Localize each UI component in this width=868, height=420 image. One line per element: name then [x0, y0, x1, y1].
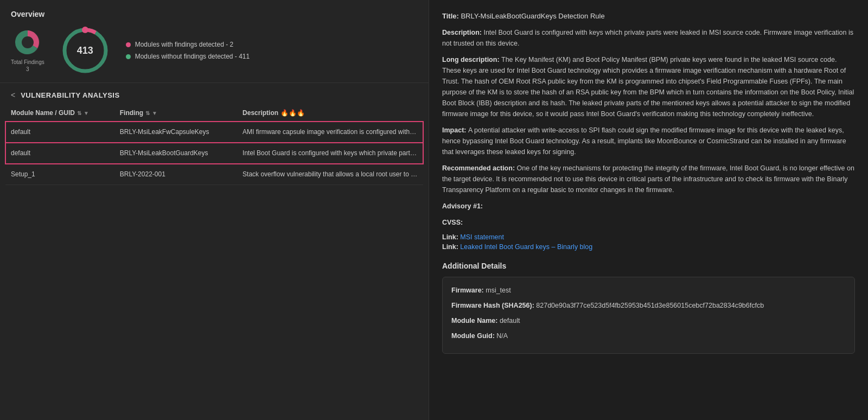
- firmware-hash-label: Firmware Hash (SHA256):: [451, 302, 536, 309]
- cvss-label: CVSS:: [442, 219, 463, 226]
- vuln-section: < VULNERABILITY ANALYSIS Module Name / G…: [0, 83, 429, 420]
- svg-point-4: [82, 27, 88, 33]
- col-header-description: Description 🔥🔥🔥: [237, 105, 423, 122]
- module-guid-label: Module Guid:: [451, 332, 496, 340]
- table-row[interactable]: default BRLY-MsiLeakFwCapsuleKeys AMI fi…: [5, 122, 423, 143]
- recommended-label: Recommended action:: [442, 164, 517, 172]
- impact-value: A potential attacker with write-access t…: [442, 126, 846, 156]
- link1-label: Link:: [442, 233, 458, 241]
- pie-area: Total Findings 3: [11, 28, 44, 73]
- long-description-field: Long description: The Key Manifest (KM) …: [442, 54, 855, 119]
- recommended-field: Recommended action: One of the key mecha…: [442, 163, 855, 195]
- module-cell-2: default: [5, 143, 114, 164]
- firmware-hash-field: Firmware Hash (SHA256): 827d0e90a3f77ce5…: [451, 300, 846, 311]
- link-row-1: Link: MSI statement: [442, 233, 855, 241]
- vuln-table: Module Name / GUID ⇅ ▼ Finding ⇅ ▼: [5, 105, 423, 185]
- filter-icon-module[interactable]: ▼: [84, 110, 89, 116]
- filter-icon-finding[interactable]: ▼: [152, 110, 157, 116]
- col-header-module: Module Name / GUID ⇅ ▼: [5, 105, 114, 122]
- module-cell-3: Setup_1: [5, 164, 114, 185]
- legend-area: Modules with findings detected - 2 Modul…: [126, 41, 250, 60]
- legend-dot-pink: [126, 42, 131, 47]
- svg-point-1: [22, 36, 34, 48]
- advisory-field: Advisory #1:: [442, 201, 855, 212]
- left-panel: Overview Total Findings 3: [0, 0, 429, 420]
- desc-cell-1: AMI firmware capsule image verification …: [237, 122, 423, 143]
- module-name-value: default: [500, 317, 520, 324]
- legend-dot-green: [126, 54, 131, 59]
- description-field: Description: Intel Boot Guard is configu…: [442, 27, 855, 49]
- table-row[interactable]: default BRLY-MsiLeakBootGuardKeys Intel …: [5, 143, 423, 164]
- pie-chart-icon: [14, 28, 42, 56]
- firmware-field: Firmware: msi_test: [451, 285, 846, 296]
- finding-cell-2: BRLY-MsiLeakBootGuardKeys: [114, 143, 237, 164]
- module-guid-field: Module Guid: N/A: [451, 330, 846, 341]
- firmware-label: Firmware:: [451, 287, 486, 294]
- description-label: Description:: [442, 29, 483, 36]
- desc-cell-2: Intel Boot Guard is configured with keys…: [237, 143, 423, 164]
- link2-label: Link:: [442, 243, 458, 251]
- finding-cell-3: BRLY-2022-001: [114, 164, 237, 185]
- sort-icon-module[interactable]: ⇅: [77, 110, 81, 116]
- overview-title: Overview: [11, 10, 418, 18]
- legend-label-findings: Modules with findings detected - 2: [135, 41, 233, 48]
- cvss-field: CVSS:: [442, 217, 855, 228]
- donut-value: 413: [77, 45, 93, 56]
- title-value: BRLY-MsiLeakBootGuardKeys Detection Rule: [461, 12, 604, 20]
- table-container[interactable]: Module Name / GUID ⇅ ▼ Finding ⇅ ▼: [0, 105, 429, 420]
- advisory-label: Advisory #1:: [442, 202, 483, 210]
- vuln-analysis-title: VULNERABILITY ANALYSIS: [21, 91, 119, 99]
- firmware-hash-value: 827d0e90a3f77ce523d5f4fb25953b451d3e8560…: [536, 302, 764, 309]
- legend-label-no-findings: Modules without findings detected - 411: [135, 53, 250, 60]
- overview-content: Total Findings 3 413: [11, 26, 418, 75]
- fire-icons: 🔥🔥🔥: [280, 109, 305, 117]
- vuln-header: < VULNERABILITY ANALYSIS: [0, 83, 429, 105]
- long-description-value: The Key Manifest (KM) and Boot Policy Ma…: [442, 56, 854, 118]
- table-row[interactable]: Setup_1 BRLY-2022-001 Stack overflow vul…: [5, 164, 423, 185]
- back-button[interactable]: <: [11, 91, 15, 99]
- additional-details-box: Firmware: msi_test Firmware Hash (SHA256…: [442, 277, 855, 354]
- sort-icon-finding[interactable]: ⇅: [145, 110, 150, 116]
- total-findings-label: Total Findings 3: [11, 59, 44, 73]
- col-header-finding: Finding ⇅ ▼: [114, 105, 237, 122]
- additional-details-title: Additional Details: [442, 262, 855, 270]
- right-panel: Title: BRLY-MsiLeakBootGuardKeys Detecti…: [429, 0, 868, 420]
- long-description-label: Long description:: [442, 56, 501, 63]
- module-cell-1: default: [5, 122, 114, 143]
- legend-item-no-findings: Modules without findings detected - 411: [126, 53, 250, 60]
- table-body: default BRLY-MsiLeakFwCapsuleKeys AMI fi…: [5, 122, 423, 185]
- module-guid-value: N/A: [496, 332, 508, 340]
- impact-label: Impact:: [442, 126, 468, 134]
- detail-title-row: Title: BRLY-MsiLeakBootGuardKeys Detecti…: [442, 11, 855, 21]
- table-wrapper: Module Name / GUID ⇅ ▼ Finding ⇅ ▼: [5, 105, 423, 185]
- description-value: Intel Boot Guard is configured with keys…: [442, 29, 853, 47]
- finding-cell-1: BRLY-MsiLeakFwCapsuleKeys: [114, 122, 237, 143]
- overview-section: Overview Total Findings 3: [0, 0, 429, 83]
- donut-chart: 413: [61, 26, 110, 75]
- firmware-value: msi_test: [486, 287, 511, 294]
- title-label: Title:: [442, 12, 461, 20]
- impact-field: Impact: A potential attacker with write-…: [442, 125, 855, 157]
- module-name-label: Module Name:: [451, 317, 500, 324]
- desc-cell-3: Stack overflow vulnerability that allows…: [237, 164, 423, 185]
- link2-anchor[interactable]: Leaked Intel Boot Guard keys – Binarly b…: [460, 243, 592, 251]
- legend-item-findings: Modules with findings detected - 2: [126, 41, 250, 48]
- link-row-2: Link: Leaked Intel Boot Guard keys – Bin…: [442, 243, 855, 251]
- link1-anchor[interactable]: MSI statement: [460, 233, 504, 241]
- table-header-row: Module Name / GUID ⇅ ▼ Finding ⇅ ▼: [5, 105, 423, 122]
- module-name-field: Module Name: default: [451, 315, 846, 326]
